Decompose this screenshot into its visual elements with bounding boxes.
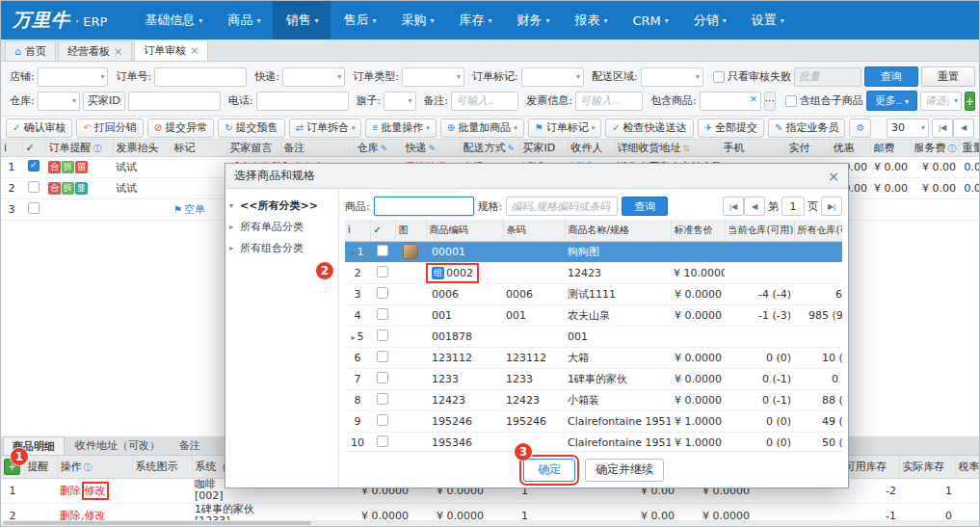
invoice-input[interactable] xyxy=(575,92,643,111)
page-number-input[interactable] xyxy=(781,197,805,216)
tree-arrow-icon[interactable]: ▾ xyxy=(229,201,237,210)
spec-search-input[interactable] xyxy=(506,197,618,216)
nav-menu-item[interactable]: 采购 xyxy=(388,1,446,40)
order-row-checkbox[interactable] xyxy=(28,202,40,214)
horizontal-scrollbar[interactable] xyxy=(1,520,979,526)
buyer-id-type-select[interactable]: 买家ID xyxy=(83,92,125,111)
product-row[interactable]: 7 1233 1233 1碑事的家伙 ¥ 0.0000 0 (-1) 0 (-1… xyxy=(345,368,842,389)
order-type-select[interactable] xyxy=(402,67,464,87)
orders-column-header[interactable]: 备注 xyxy=(280,140,354,156)
detail-column-header[interactable]: 提醒 xyxy=(24,456,57,478)
orders-column-header[interactable]: ✓ xyxy=(22,140,45,156)
product-row[interactable]: 9 195246 195246 Clairefontaine 1951订 ¥ 1… xyxy=(345,410,842,432)
modal-query-button[interactable]: 查询 xyxy=(622,197,668,216)
product-checkbox[interactable] xyxy=(377,414,388,426)
order-row-checkbox[interactable] xyxy=(28,181,40,193)
category-tree-item[interactable]: ▾ <<所有分类>> xyxy=(229,195,334,216)
settings-gear-button[interactable]: ⚙ xyxy=(849,119,871,138)
clear-icon[interactable]: ✕ xyxy=(750,94,757,104)
orders-column-header[interactable]: 重量 xyxy=(959,140,979,156)
tab-close-icon[interactable]: × xyxy=(114,45,122,58)
nav-menu-item[interactable]: 库存 xyxy=(446,1,504,40)
detail-tab[interactable]: 收件地址（可改） xyxy=(66,436,169,455)
expand-arrow-icon[interactable]: ▸ xyxy=(351,249,355,257)
orders-column-header[interactable]: i xyxy=(1,140,22,156)
toolbar-button[interactable]: ⚑ 订单标记 ▾ xyxy=(528,119,601,138)
combo-sub-checkbox[interactable]: 含组合子商品 xyxy=(785,93,863,108)
toolbar-button[interactable]: ≡ 批量操作 ▾ xyxy=(365,119,436,138)
product-column-header[interactable]: 商品编码 xyxy=(426,220,503,241)
category-tree-item[interactable]: ▸ 所有单品分类 xyxy=(229,216,334,237)
orders-column-header[interactable]: 买家留言 xyxy=(226,140,280,156)
product-checkbox[interactable] xyxy=(377,266,388,277)
product-picker-dots-button[interactable]: ··· xyxy=(764,92,776,111)
product-checkbox[interactable] xyxy=(377,393,388,405)
toolbar-button[interactable]: ⇄ 订单拆合 ▾ xyxy=(289,119,362,138)
product-column-header[interactable]: 条码 xyxy=(503,220,565,241)
toolbar-button[interactable]: ✎ 指定业务员 xyxy=(768,119,845,138)
nav-menu-item[interactable]: 商品 xyxy=(215,1,273,40)
product-row[interactable]: 6 123112 123112 大箱 ¥ 0.0000 0 (0) 10 (10… xyxy=(345,347,842,368)
product-row[interactable]: 10 195346 Clairefontaine 1951订 ¥ 1.0000 … xyxy=(345,432,842,451)
product-column-header[interactable]: ✓ xyxy=(370,220,395,241)
remark-input[interactable] xyxy=(451,92,518,111)
orders-column-header[interactable]: 邮费 xyxy=(870,140,911,156)
detail-column-header[interactable]: 系统图示 xyxy=(132,456,192,478)
product-row[interactable]: 4 001 001 农夫山泉 ¥ 0.0000 -1 (-3) 985 (977… xyxy=(345,304,842,326)
query-button[interactable]: 查询 xyxy=(864,66,918,87)
pager-button[interactable]: ◀ xyxy=(953,119,974,138)
toolbar-button[interactable]: ✓ 确认审核 xyxy=(6,119,72,138)
product-checkbox[interactable] xyxy=(377,287,388,299)
express-select[interactable] xyxy=(282,67,345,87)
product-checkbox[interactable] xyxy=(377,329,388,341)
scheme-select[interactable]: 请选择 xyxy=(920,92,962,111)
detail-column-header[interactable]: 操作ⓘ xyxy=(57,456,132,478)
shop-select[interactable] xyxy=(38,67,109,87)
page-size-select[interactable]: 30 xyxy=(887,119,929,138)
orders-column-header[interactable]: 标记 xyxy=(171,140,226,156)
tree-arrow-icon[interactable]: ▸ xyxy=(229,244,237,252)
area-select[interactable] xyxy=(641,67,703,87)
confirm-continue-button[interactable]: 确定并继续 xyxy=(585,459,664,482)
toolbar-button[interactable]: ✓ 检查快递送达 xyxy=(605,119,693,138)
product-row[interactable]: ▸5 001878 001 xyxy=(345,326,842,347)
orders-column-header[interactable]: 快递✎ xyxy=(402,140,460,156)
product-checkbox[interactable] xyxy=(377,351,388,362)
audit-fail-checkbox[interactable]: 只看审核失败 xyxy=(713,69,791,84)
flag-select[interactable] xyxy=(384,92,415,111)
orders-column-header[interactable]: 订单提醒ⓘ xyxy=(45,140,113,156)
nav-menu-item[interactable]: 报表 xyxy=(562,1,620,40)
product-search-input[interactable] xyxy=(374,197,474,216)
orders-column-header[interactable]: 发票抬头 xyxy=(113,140,171,156)
reset-button[interactable]: 重置 xyxy=(921,66,975,87)
expand-arrow-icon[interactable]: ▸ xyxy=(351,333,355,342)
phone-input[interactable] xyxy=(256,92,349,111)
delete-link[interactable]: 删除 xyxy=(60,485,81,497)
product-row[interactable]: 8 12423 12423 小箱装 ¥ 0.0000 0 (-1) 88 (87… xyxy=(345,389,842,410)
nav-menu-item[interactable]: CRM xyxy=(620,1,680,40)
order-tag-select[interactable] xyxy=(521,67,584,87)
view-tab[interactable]: ⌂ 首页 xyxy=(5,40,56,61)
product-column-header[interactable]: 当前仓库(可用) xyxy=(725,220,794,241)
buyer-id-input[interactable] xyxy=(128,92,221,111)
toolbar-button[interactable]: ↶ 打回分销 xyxy=(76,119,143,138)
product-row[interactable]: 3 0006 0006 测试1111 ¥ 0.0000 -4 (-4) 6 (6… xyxy=(345,283,842,304)
close-icon[interactable]: × xyxy=(828,169,839,184)
scrollbar-thumb[interactable] xyxy=(3,521,311,525)
orders-column-header[interactable]: 配送方式✎ xyxy=(460,140,519,156)
toolbar-button[interactable]: ↻ 提交预售 xyxy=(218,119,284,138)
nav-menu-item[interactable]: 财务 xyxy=(504,1,562,40)
add-scheme-button[interactable]: + xyxy=(965,92,975,111)
order-row-checkbox[interactable] xyxy=(28,160,40,171)
tab-close-icon[interactable]: × xyxy=(190,44,199,57)
product-column-header[interactable]: 商品名称/规格 xyxy=(565,220,671,241)
view-tab[interactable]: 订单审核 × xyxy=(134,40,208,61)
orders-column-header[interactable]: 实付 xyxy=(785,140,830,156)
detail-column-header[interactable]: 实际库存 xyxy=(899,456,955,478)
modify-link[interactable]: 修改 xyxy=(85,485,106,497)
product-column-header[interactable]: i xyxy=(345,220,370,241)
product-checkbox[interactable] xyxy=(377,372,388,383)
product-row[interactable]: 2 组0002 12423 ¥ 10.0000 xyxy=(345,262,842,283)
product-checkbox[interactable] xyxy=(377,308,388,320)
orders-column-header[interactable]: 仓库✎ xyxy=(354,140,402,156)
